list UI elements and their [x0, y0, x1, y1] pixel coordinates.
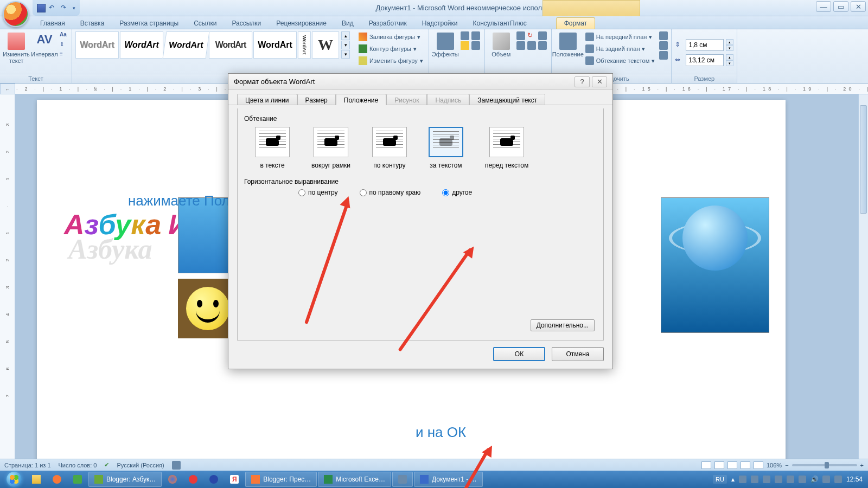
view-print-layout-icon[interactable] [701, 461, 711, 469]
nudge-right-icon[interactable] [471, 41, 480, 50]
dialog-close-button[interactable]: ✕ [592, 76, 607, 87]
position-button[interactable]: Положение [555, 31, 581, 59]
scroll-up-icon[interactable]: ▴ [341, 31, 350, 40]
zoom-in-icon[interactable]: + [860, 462, 864, 468]
wrap-inline[interactable]: в тексте [255, 127, 290, 169]
tab-layout[interactable]: Разметка страницы [112, 18, 186, 29]
tab-mailings[interactable]: Рассылки [224, 18, 269, 29]
wrap-tight[interactable]: по контуру [372, 127, 407, 169]
vertical-ruler[interactable]: 321·1234567 [0, 94, 15, 461]
bring-front-button[interactable]: На передний план ▾ [583, 31, 658, 42]
close-button[interactable]: ✕ [851, 1, 866, 12]
dialog-help-button[interactable]: ? [575, 76, 590, 87]
proofing-icon[interactable]: ✔ [104, 461, 109, 468]
taskbar-pin-firefox[interactable] [163, 472, 182, 487]
dialog-tab-size[interactable]: Размер [297, 94, 336, 105]
clock[interactable]: 12:54 [846, 476, 863, 483]
taskbar-app-excel[interactable]: Microsoft Exce… [318, 472, 391, 487]
dialog-tab-alttext[interactable]: Замещающий текст [469, 94, 545, 105]
align-other-radio[interactable]: другое [442, 189, 472, 196]
office-button[interactable] [3, 1, 29, 27]
taskbar-app-blogger1[interactable]: Blogger: Азбук… [88, 472, 162, 487]
shadow-effects-button[interactable]: Эффекты [432, 31, 458, 59]
tab-review[interactable]: Рецензирование [269, 18, 334, 29]
tilt-3-icon[interactable] [516, 41, 525, 50]
group-icon[interactable] [659, 41, 668, 50]
tab-references[interactable]: Ссылки [186, 18, 224, 29]
3d-effects-button[interactable]: Объем [488, 31, 514, 59]
taskbar-pin-2[interactable] [68, 472, 87, 487]
nudge-down-icon[interactable] [471, 31, 480, 40]
taskbar-pin-explorer[interactable] [27, 472, 46, 487]
tray-icon[interactable] [822, 476, 830, 483]
taskbar-pin-yandex[interactable]: Я [225, 472, 244, 487]
tray-icon[interactable] [799, 476, 806, 483]
shape-fill-button[interactable]: Заливка фигуры ▾ [356, 31, 425, 42]
dialog-title-bar[interactable]: Формат объекта WordArt ? ✕ [228, 74, 612, 90]
qat-dropdown-icon[interactable]: ▾ [73, 5, 75, 11]
start-button[interactable] [2, 471, 26, 488]
taskbar-app-unknown[interactable] [392, 472, 413, 487]
width-up-icon[interactable]: ▴ [726, 54, 733, 60]
tray-icon[interactable] [787, 476, 794, 483]
dialog-tab-colors[interactable]: Цвета и линии [237, 94, 297, 105]
wordart-style-3[interactable]: WordArt [162, 31, 209, 59]
wordart-style-2[interactable]: WordArt [120, 31, 163, 59]
align-text-icon[interactable]: ≡ [60, 51, 68, 60]
tray-expand-icon[interactable]: ▴ [731, 476, 735, 483]
dialog-tab-position[interactable]: Положение [336, 94, 386, 105]
tab-format[interactable]: Формат [556, 17, 596, 29]
tilt-5-icon[interactable] [538, 41, 547, 50]
wordart-style-4[interactable]: WordArt [209, 31, 252, 59]
save-icon[interactable] [37, 4, 46, 12]
vertical-text-icon[interactable]: ⇕ [60, 41, 68, 50]
shadow-toggle-icon[interactable] [461, 41, 469, 50]
vertical-scrollbar[interactable] [858, 94, 868, 461]
rotate-icon[interactable] [659, 51, 668, 60]
wordart-style-1[interactable]: WordArt [75, 31, 119, 59]
edit-text-button[interactable]: Изменить текст [3, 31, 29, 65]
view-web-icon[interactable] [727, 461, 737, 469]
ruler-corner[interactable]: ⌐ [0, 84, 15, 94]
width-down-icon[interactable]: ▾ [726, 60, 733, 66]
zoom-level[interactable]: 106% [767, 462, 782, 468]
image-globe[interactable] [661, 197, 769, 333]
even-height-icon[interactable]: Aa [60, 31, 68, 40]
width-input[interactable] [686, 54, 724, 66]
scroll-down-icon[interactable]: ▾ [341, 41, 350, 49]
wrap-behind[interactable]: за текстом [429, 127, 463, 169]
wordart-style-7[interactable]: W [312, 31, 339, 59]
redo-icon[interactable]: ↷ [61, 4, 69, 12]
tab-view[interactable]: Вид [334, 18, 361, 29]
3d-toggle-icon[interactable]: ↻ [527, 31, 536, 40]
align-center-radio[interactable]: по центру [298, 189, 338, 196]
wrap-square[interactable]: вокруг рамки [311, 127, 350, 169]
zoom-slider[interactable] [792, 464, 857, 466]
minimize-button[interactable]: ― [816, 1, 831, 12]
wordart-gallery[interactable]: WordArt WordArt WordArt WordArt WordArt … [75, 31, 350, 59]
wrap-front[interactable]: перед текстом [485, 127, 528, 169]
wordart-style-5[interactable]: WordArt [253, 31, 297, 59]
tab-home[interactable]: Главная [33, 18, 73, 29]
gallery-more-icon[interactable]: ▾ [341, 50, 350, 59]
height-down-icon[interactable]: ▾ [726, 45, 733, 51]
change-shape-button[interactable]: Изменить фигуру ▾ [356, 55, 425, 66]
tray-icon[interactable] [834, 476, 842, 483]
view-outline-icon[interactable] [741, 461, 750, 469]
height-input[interactable] [686, 39, 724, 51]
tilt-2-icon[interactable] [538, 31, 547, 40]
zoom-slider-thumb[interactable] [825, 462, 829, 468]
send-back-button[interactable]: На задний план ▾ [583, 43, 658, 54]
tilt-1-icon[interactable] [516, 31, 525, 40]
macro-icon[interactable] [172, 461, 181, 470]
text-wrap-button[interactable]: Обтекание текстом ▾ [583, 55, 658, 66]
tray-icon[interactable] [763, 476, 770, 483]
height-up-icon[interactable]: ▴ [726, 39, 733, 45]
maximize-button[interactable]: ▭ [833, 1, 848, 12]
scrollbar-thumb[interactable] [860, 105, 867, 214]
cancel-button[interactable]: Отмена [552, 347, 604, 361]
tab-developer[interactable]: Разработчик [361, 18, 414, 29]
tab-consultant[interactable]: КонсультантПлюс [465, 18, 534, 29]
wordart-object[interactable]: Азбука И [64, 208, 189, 241]
status-language[interactable]: Русский (Россия) [117, 462, 164, 468]
